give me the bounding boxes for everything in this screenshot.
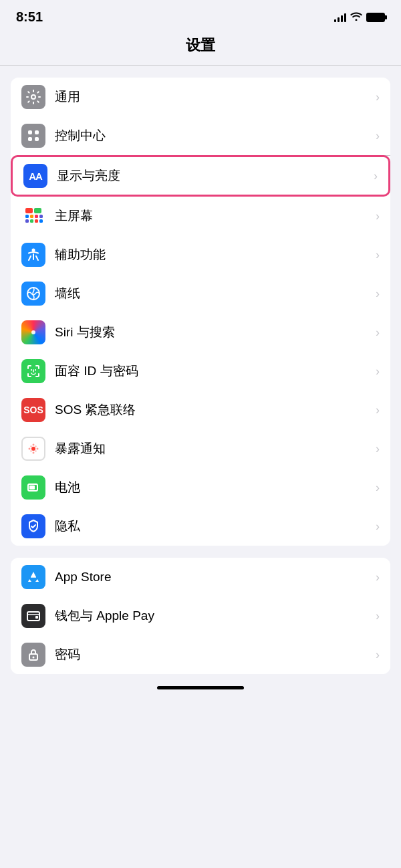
- svg-point-21: [33, 452, 35, 454]
- svg-point-25: [35, 445, 36, 447]
- privacy-icon: [21, 514, 45, 538]
- svg-rect-2: [35, 130, 39, 134]
- settings-item-battery[interactable]: 电池 ›: [11, 468, 390, 507]
- svg-rect-4: [35, 137, 39, 141]
- svg-rect-14: [39, 219, 43, 223]
- password-icon: [21, 643, 45, 667]
- appstore-icon: [21, 565, 45, 589]
- exposure-icon: [21, 437, 45, 461]
- svg-rect-9: [35, 215, 38, 218]
- faceid-chevron: ›: [376, 364, 380, 378]
- status-icons: [334, 11, 385, 23]
- home-indicator: [157, 686, 244, 689]
- svg-rect-6: [34, 208, 41, 213]
- settings-item-general[interactable]: 通用 ›: [11, 78, 390, 116]
- svg-point-19: [31, 447, 35, 451]
- svg-rect-11: [25, 219, 29, 223]
- svg-point-26: [30, 450, 31, 451]
- svg-rect-12: [30, 219, 33, 223]
- exposure-chevron: ›: [376, 442, 380, 456]
- wifi-icon: [350, 11, 362, 23]
- svg-rect-10: [39, 215, 43, 218]
- settings-item-password[interactable]: 密码 ›: [11, 635, 390, 674]
- svg-point-0: [31, 95, 35, 99]
- svg-rect-1: [28, 130, 32, 134]
- svg-rect-29: [29, 485, 35, 490]
- exposure-label: 暴露通知: [55, 440, 376, 457]
- svg-rect-31: [35, 616, 38, 619]
- privacy-label: 隐私: [55, 518, 376, 535]
- home-screen-chevron: ›: [376, 209, 380, 223]
- settings-item-sos[interactable]: SOS SOS 紧急联络 ›: [11, 391, 390, 429]
- settings-item-control-center[interactable]: 控制中心 ›: [11, 116, 390, 155]
- display-icon: AA: [23, 164, 47, 188]
- status-time: 8:51: [16, 9, 43, 25]
- settings-item-privacy[interactable]: 隐私 ›: [11, 507, 390, 546]
- control-center-icon: [21, 124, 45, 148]
- settings-item-faceid[interactable]: 面容 ID 与密码 ›: [11, 352, 390, 391]
- svg-rect-13: [35, 219, 38, 223]
- general-icon: [21, 85, 45, 109]
- settings-item-display[interactable]: AA 显示与亮度 ›: [11, 155, 390, 197]
- wallpaper-icon: [21, 282, 45, 306]
- sos-label: SOS 紧急联络: [55, 401, 376, 419]
- svg-point-15: [32, 249, 35, 252]
- settings-item-home-screen[interactable]: 主屏幕 ›: [11, 197, 390, 235]
- appstore-label: App Store: [55, 570, 376, 584]
- svg-point-18: [31, 330, 35, 334]
- display-chevron: ›: [374, 169, 378, 183]
- faceid-icon: [21, 359, 45, 383]
- battery-label: 电池: [55, 479, 376, 496]
- settings-item-wallet[interactable]: 钱包与 Apple Pay ›: [11, 596, 390, 635]
- battery-icon: [366, 13, 385, 22]
- wallpaper-label: 墙纸: [55, 285, 376, 302]
- svg-rect-7: [25, 215, 29, 218]
- svg-rect-5: [25, 208, 33, 213]
- svg-point-27: [35, 450, 36, 451]
- control-center-label: 控制中心: [55, 127, 376, 144]
- control-center-chevron: ›: [376, 129, 380, 143]
- wallet-icon: [21, 604, 45, 628]
- siri-label: Siri 与搜索: [55, 324, 376, 341]
- wallet-label: 钱包与 Apple Pay: [55, 607, 376, 625]
- svg-point-23: [37, 448, 39, 450]
- password-label: 密码: [55, 646, 376, 663]
- siri-icon: [21, 320, 45, 344]
- wallet-chevron: ›: [376, 609, 380, 623]
- home-screen-label: 主屏幕: [55, 207, 376, 225]
- privacy-chevron: ›: [376, 520, 380, 534]
- svg-point-24: [30, 445, 31, 447]
- general-chevron: ›: [376, 90, 380, 104]
- accessibility-chevron: ›: [376, 248, 380, 262]
- appstore-chevron: ›: [376, 570, 380, 584]
- svg-rect-8: [30, 215, 33, 218]
- settings-item-siri[interactable]: Siri 与搜索 ›: [11, 313, 390, 352]
- sos-chevron: ›: [376, 403, 380, 417]
- display-label: 显示与亮度: [57, 167, 374, 185]
- svg-rect-3: [28, 137, 32, 141]
- sos-text: SOS: [23, 405, 43, 415]
- siri-chevron: ›: [376, 326, 380, 340]
- battery-settings-icon: [21, 475, 45, 500]
- wallpaper-chevron: ›: [376, 287, 380, 301]
- page-title: 设置: [0, 30, 401, 65]
- status-bar: 8:51: [0, 0, 401, 30]
- svg-point-16: [27, 288, 39, 300]
- accessibility-label: 辅助功能: [55, 246, 376, 263]
- settings-item-appstore[interactable]: App Store ›: [11, 558, 390, 596]
- signal-icon: [334, 13, 346, 22]
- battery-chevron: ›: [376, 481, 380, 495]
- settings-item-accessibility[interactable]: 辅助功能 ›: [11, 235, 390, 274]
- general-label: 通用: [55, 88, 376, 106]
- settings-item-wallpaper[interactable]: 墙纸 ›: [11, 274, 390, 313]
- password-chevron: ›: [376, 648, 380, 662]
- sos-icon: SOS: [21, 398, 45, 422]
- svg-point-33: [33, 657, 35, 659]
- settings-group-2: App Store › 钱包与 Apple Pay › 密码 ›: [11, 558, 390, 674]
- settings-item-exposure[interactable]: 暴露通知 ›: [11, 429, 390, 468]
- svg-point-22: [29, 448, 31, 450]
- svg-point-20: [33, 444, 35, 446]
- settings-group-1: 通用 › 控制中心 › AA 显示与亮度 ›: [11, 78, 390, 546]
- home-screen-icon: [21, 204, 45, 228]
- faceid-label: 面容 ID 与密码: [55, 362, 376, 380]
